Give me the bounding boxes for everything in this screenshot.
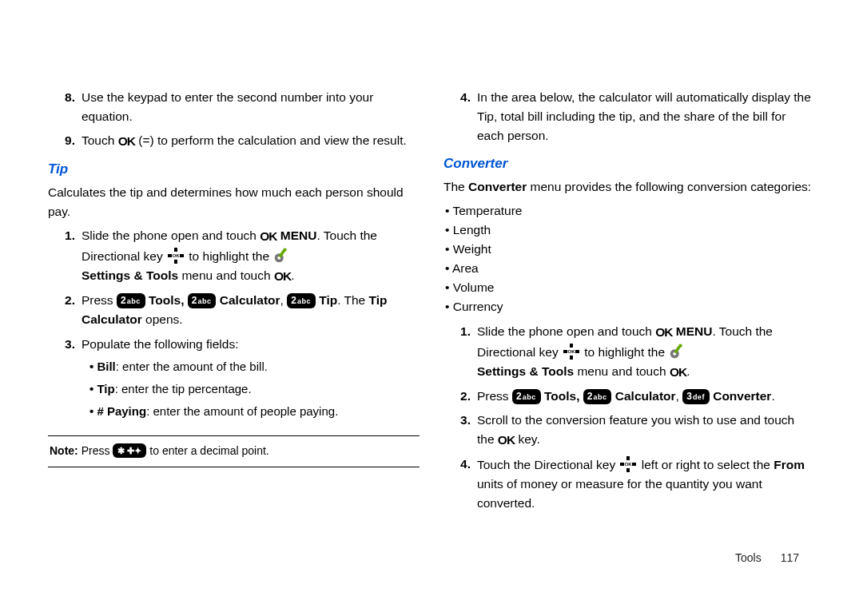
directional-key-icon: OK <box>618 455 638 474</box>
note-box: Note: Press ✱ ✚✦ to enter a decimal poin… <box>48 435 420 467</box>
menu-label: MENU <box>676 324 713 338</box>
field-list: Bill: enter the amount of the bill. Tip:… <box>82 357 420 421</box>
svg-rect-19 <box>626 468 630 472</box>
svg-rect-1 <box>174 260 177 264</box>
conversion-categories: Temperature Length Weight Area Volume Cu… <box>443 201 815 316</box>
conv-step-1: 1. Slide the phone open and touch OK MEN… <box>443 322 815 382</box>
cat-volume: Volume <box>445 278 815 297</box>
tip-steps: 1. Slide the phone open and touch OK MEN… <box>48 226 420 424</box>
svg-rect-20 <box>620 463 624 466</box>
ok-icon: OK <box>260 227 276 246</box>
cat-weight: Weight <box>445 240 815 259</box>
svg-rect-3 <box>180 254 184 257</box>
converter-intro: The Converter menu provides the followin… <box>443 177 815 197</box>
tip-intro: Calculates the tip and determines how mu… <box>48 183 420 221</box>
key-2abc-icon: 2abc <box>188 293 217 308</box>
directional-key-icon: OK <box>166 246 185 265</box>
svg-point-8 <box>284 248 287 252</box>
svg-rect-11 <box>563 350 567 353</box>
conv-step-3: 3. Scroll to the conversion feature you … <box>443 411 815 450</box>
settings-tools-icon <box>272 247 290 264</box>
ok-icon: OK <box>498 431 515 450</box>
ok-icon: OK <box>670 363 686 382</box>
ok-icon: OK <box>274 267 291 286</box>
ok-icon: OK <box>655 323 672 342</box>
svg-rect-18 <box>626 456 630 460</box>
svg-text:OK: OK <box>172 253 180 258</box>
svg-text:OK: OK <box>625 462 633 467</box>
tip-step-4: 4. In the area below, the calculator wil… <box>443 88 815 145</box>
key-3def-icon: 3def <box>682 389 710 404</box>
footer-section: Tools <box>735 551 762 564</box>
key-2abc-icon: 2abc <box>512 389 541 404</box>
svg-text:OK: OK <box>567 349 575 354</box>
svg-rect-21 <box>632 463 636 466</box>
field-bill: Bill: enter the amount of the bill. <box>89 357 420 376</box>
svg-point-17 <box>679 344 682 347</box>
left-column: 8. Use the keypad to enter the second nu… <box>48 88 420 518</box>
right-column: 4. In the area below, the calculator wil… <box>443 88 815 518</box>
svg-rect-9 <box>570 344 573 348</box>
key-2abc-icon: 2abc <box>117 293 145 308</box>
step-9: 9. Touch OK (=) to perform the calculati… <box>48 131 420 151</box>
tip-heading: Tip <box>48 159 420 180</box>
tip-step-1: 1. Slide the phone open and touch OK MEN… <box>48 226 420 286</box>
svg-rect-10 <box>570 356 573 360</box>
menu-label: MENU <box>280 229 317 242</box>
conv-step-2: 2. Press 2abc Tools, 2abc Calculator, 3d… <box>443 387 815 406</box>
tip-steps-continued: 4. In the area below, the calculator wil… <box>443 88 815 145</box>
svg-rect-0 <box>174 248 177 252</box>
page-footer: Tools117 <box>735 551 799 564</box>
cat-area: Area <box>445 259 815 278</box>
calc-steps-continued: 8. Use the keypad to enter the second nu… <box>48 88 420 151</box>
field-paying: # Paying: enter the amount of people pay… <box>89 402 420 420</box>
ok-icon: OK <box>118 132 135 151</box>
cat-currency: Currency <box>445 297 815 316</box>
directional-key-icon: OK <box>562 342 581 361</box>
star-key-icon: ✱ ✚✦ <box>113 443 146 458</box>
converter-steps: 1. Slide the phone open and touch OK MEN… <box>443 322 815 513</box>
tip-step-2: 2. Press 2abc Tools, 2abc Calculator, 2a… <box>48 291 420 329</box>
settings-tools-icon <box>668 343 686 360</box>
svg-rect-12 <box>575 350 579 353</box>
conv-step-4: 4. Touch the Directional key OK left or … <box>443 455 815 513</box>
cat-length: Length <box>445 221 815 240</box>
step-8: 8. Use the keypad to enter the second nu… <box>48 88 420 126</box>
footer-page-number: 117 <box>781 551 799 564</box>
key-2abc-icon: 2abc <box>583 389 612 404</box>
cat-temperature: Temperature <box>445 201 815 221</box>
tip-step-3: 3. Populate the following fields: Bill: … <box>48 335 420 425</box>
svg-rect-2 <box>168 254 172 257</box>
converter-heading: Converter <box>443 153 815 174</box>
field-tip: Tip: enter the tip percentage. <box>89 380 420 398</box>
key-2abc-icon: 2abc <box>287 293 316 308</box>
